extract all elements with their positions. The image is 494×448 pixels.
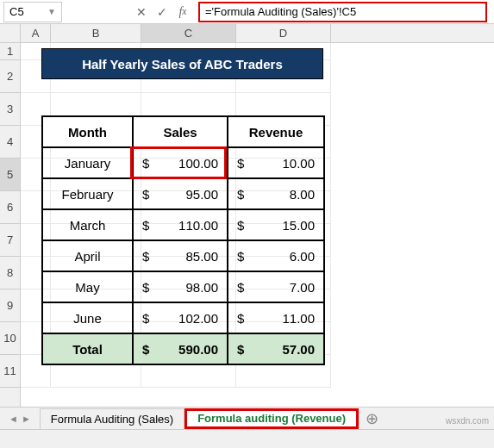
watermark: wsxdn.com bbox=[446, 416, 489, 426]
cell-revenue[interactable]: $15.00 bbox=[228, 209, 324, 240]
row-header[interactable]: 8 bbox=[0, 257, 20, 289]
cell-revenue[interactable]: $7.00 bbox=[228, 271, 324, 302]
header-month: Month bbox=[42, 116, 133, 147]
tab-nav[interactable]: ◄ ► bbox=[0, 414, 40, 424]
row-headers: 1 2 3 4 5 6 7 8 9 10 11 bbox=[0, 43, 21, 407]
fx-icon[interactable]: fx bbox=[172, 2, 193, 22]
cell-total-revenue[interactable]: $57.00 bbox=[228, 333, 324, 364]
row-header[interactable]: 7 bbox=[0, 224, 20, 257]
cell-month[interactable]: May bbox=[42, 271, 133, 302]
tab-nav-next-icon[interactable]: ► bbox=[22, 414, 31, 424]
table-row: May $98.00 $7.00 bbox=[42, 271, 324, 302]
table-row-total: Total $590.00 $57.00 bbox=[42, 333, 324, 364]
table-row: June $102.00 $11.00 bbox=[42, 302, 324, 333]
tab-nav-prev-icon[interactable]: ◄ bbox=[9, 414, 18, 424]
row-header[interactable]: 3 bbox=[0, 93, 20, 126]
cell-month[interactable]: March bbox=[42, 209, 133, 240]
row-header[interactable]: 10 bbox=[0, 322, 20, 355]
cell-total-label[interactable]: Total bbox=[42, 333, 133, 364]
table-row: April $85.00 $6.00 bbox=[42, 240, 324, 271]
table-row: February $95.00 $8.00 bbox=[42, 178, 324, 209]
table-title: Half Yearly Sales of ABC Traders bbox=[41, 48, 323, 79]
cancel-icon[interactable]: ✕ bbox=[131, 2, 152, 22]
sheet-area: A B C D 1 2 3 4 5 6 7 8 9 10 11 Half Yea… bbox=[0, 24, 494, 407]
cell-sales[interactable]: $95.00 bbox=[133, 178, 228, 209]
name-box-value: C5 bbox=[9, 5, 24, 18]
cell-sales[interactable]: $110.00 bbox=[133, 209, 228, 240]
cell-sales[interactable]: $98.00 bbox=[133, 271, 228, 302]
row-header[interactable]: 4 bbox=[0, 126, 20, 159]
cell-month[interactable]: April bbox=[42, 240, 133, 271]
header-revenue: Revenue bbox=[228, 116, 324, 147]
name-box[interactable]: C5 ▼ bbox=[3, 2, 62, 22]
add-sheet-icon[interactable]: ⊕ bbox=[359, 409, 385, 428]
select-all-corner[interactable] bbox=[0, 24, 21, 43]
tab-sales[interactable]: Formula Auditing (Sales) bbox=[40, 408, 184, 429]
formula-bar-buttons: ✕ ✓ fx bbox=[131, 2, 193, 22]
cell-total-sales[interactable]: $590.00 bbox=[133, 333, 228, 364]
cell-revenue[interactable]: $6.00 bbox=[228, 240, 324, 271]
enter-icon[interactable]: ✓ bbox=[152, 2, 172, 22]
col-header-b[interactable]: B bbox=[51, 24, 141, 42]
cell-month[interactable]: January bbox=[42, 147, 133, 178]
col-header-a[interactable]: A bbox=[21, 24, 51, 42]
cell-sales[interactable]: $85.00 bbox=[133, 240, 228, 271]
formula-bar: C5 ▼ ✕ ✓ fx ='Formula Auditing (Sales)'!… bbox=[0, 0, 494, 24]
cell-month[interactable]: June bbox=[42, 302, 133, 333]
row-header[interactable]: 2 bbox=[0, 60, 20, 93]
cell-sales[interactable]: $102.00 bbox=[133, 302, 228, 333]
sheet-tabs: ◄ ► Formula Auditing (Sales) Formula aud… bbox=[0, 407, 494, 429]
formula-text: ='Formula Auditing (Sales)'!C5 bbox=[205, 5, 356, 18]
table-row: March $110.00 $15.00 bbox=[42, 209, 324, 240]
chevron-down-icon[interactable]: ▼ bbox=[47, 7, 56, 16]
cell-revenue[interactable]: $8.00 bbox=[228, 178, 324, 209]
cell-sales[interactable]: $100.00 bbox=[133, 147, 228, 178]
tab-revenue[interactable]: Formula auditing (Revenue) bbox=[184, 408, 359, 429]
data-table: Month Sales Revenue January $100.00 $10.… bbox=[41, 115, 325, 365]
row-header[interactable]: 1 bbox=[0, 43, 20, 60]
table-row: January $100.00 $10.00 bbox=[42, 147, 324, 178]
status-bar bbox=[0, 429, 494, 448]
cell-month[interactable]: February bbox=[42, 178, 133, 209]
row-header[interactable]: 9 bbox=[0, 289, 20, 322]
cell-revenue[interactable]: $11.00 bbox=[228, 302, 324, 333]
header-sales: Sales bbox=[133, 116, 228, 147]
row-header[interactable]: 11 bbox=[0, 355, 20, 388]
formula-input[interactable]: ='Formula Auditing (Sales)'!C5 bbox=[198, 2, 487, 22]
col-header-d[interactable]: D bbox=[236, 24, 331, 42]
col-header-c[interactable]: C bbox=[141, 24, 236, 42]
column-headers: A B C D bbox=[21, 24, 494, 43]
row-header[interactable]: 5 bbox=[0, 159, 20, 191]
row-header[interactable]: 6 bbox=[0, 191, 20, 224]
cell-revenue[interactable]: $10.00 bbox=[228, 147, 324, 178]
